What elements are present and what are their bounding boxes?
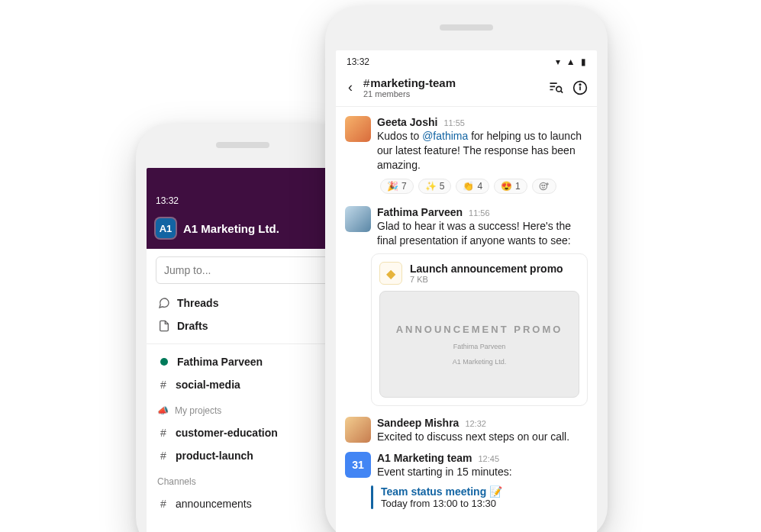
message-text: Excited to discuss next steps on our cal…	[377, 430, 588, 444]
statusbar: 13:32	[147, 168, 339, 211]
channel-label: announcements	[176, 498, 252, 510]
slide-company: A1 Marketing Ltd.	[453, 358, 507, 366]
channel-label: customer-education	[176, 427, 278, 439]
reaction-chip[interactable]: 👏4	[456, 179, 489, 194]
reactions-row: 🎉7 ✨5 👏4 😍1	[371, 179, 597, 198]
svg-point-3	[556, 86, 562, 92]
channel-announcements[interactable]: # announcements	[147, 492, 339, 515]
author-name[interactable]: Sandeep Mishra	[377, 417, 459, 429]
timestamp: 12:32	[465, 419, 486, 428]
svg-line-4	[561, 91, 563, 93]
message-sandeep: Sandeep Mishra 12:32 Excited to discuss …	[336, 411, 597, 446]
message-geeta: Geeta Joshi 11:55 Kudos to @fathima for …	[336, 110, 597, 174]
svg-point-10	[543, 185, 544, 185]
calendar-icon: 31	[345, 452, 371, 478]
channel-header: ‹ #marketing-team 21 members	[336, 70, 597, 107]
google-drive-icon: ◆	[379, 262, 402, 285]
message-fathima: Fathima Parveen 11:56 Glad to hear it wa…	[336, 200, 597, 250]
author-name[interactable]: Geeta Joshi	[377, 116, 437, 128]
channel-product-launch[interactable]: # product-launch	[147, 444, 339, 467]
drafts-item[interactable]: Drafts	[147, 314, 339, 337]
hash-icon: #	[157, 379, 169, 391]
svg-point-9	[542, 185, 543, 185]
section-channels: Channels	[147, 467, 339, 492]
dm-fathima[interactable]: Fathima Parveen	[147, 350, 339, 373]
status-time: 13:32	[156, 195, 179, 206]
workspace-badge: A1	[156, 218, 176, 238]
presence-icon	[157, 358, 171, 366]
channel-label: product-launch	[176, 450, 253, 462]
event-title-link[interactable]: Team status meeting 📝	[381, 485, 502, 498]
phone-sidebar: 13:32 A1 A1 Marketing Ltd. Jump to... Th…	[136, 124, 350, 532]
slide-title: ANNOUNCEMENT PROMO	[396, 324, 563, 335]
filter-search-icon[interactable]	[548, 80, 563, 95]
back-button[interactable]: ‹	[345, 78, 356, 97]
threads-label: Threads	[177, 297, 218, 309]
timestamp: 11:56	[469, 208, 490, 218]
event-time: Today from 13:00 to 13:30	[381, 498, 502, 509]
hash-icon: #	[157, 427, 169, 439]
hash-icon: #	[157, 498, 169, 510]
author-name[interactable]: Fathima Parveen	[377, 206, 463, 218]
avatar[interactable]	[345, 417, 371, 443]
phone-chat: 13:32 ▾ ▲ ▮ ‹ #marketing-team 21 members	[325, 6, 608, 532]
file-attachment-card[interactable]: ◆ Launch announcement promo 7 KB ANNOUNC…	[371, 253, 588, 406]
signal-icon: ▲	[566, 56, 576, 67]
hash-icon: #	[157, 450, 169, 462]
mention-fathima[interactable]: @fathima	[422, 130, 468, 142]
calendar-event-message: 31 A1 Marketing team 12:45 Event startin…	[336, 446, 597, 481]
battery-icon: ▮	[581, 56, 586, 67]
search-placeholder: Jump to...	[164, 264, 211, 276]
channel-title[interactable]: #marketing-team	[363, 76, 540, 89]
timestamp: 12:45	[478, 454, 499, 463]
workspace-bar[interactable]: A1 A1 Marketing Ltd.	[147, 211, 339, 249]
channel-social-media[interactable]: # social-media	[147, 373, 339, 396]
jump-to-search[interactable]: Jump to...	[156, 256, 330, 284]
divider	[147, 343, 339, 344]
section-my-projects: 📣 My projects	[147, 396, 339, 421]
channel-label: social-media	[176, 379, 240, 391]
channel-members: 21 members	[363, 89, 540, 98]
channel-customer-education[interactable]: # customer-education	[147, 421, 339, 444]
megaphone-icon: 📣	[157, 405, 169, 416]
attachment-title: Launch announcement promo	[410, 263, 563, 275]
info-icon[interactable]	[572, 80, 588, 95]
app-name[interactable]: A1 Marketing team	[377, 452, 472, 464]
timestamp: 11:55	[443, 118, 465, 127]
dm-name: Fathima Parveen	[177, 356, 263, 368]
status-time: 13:32	[347, 56, 369, 67]
slide-preview: ANNOUNCEMENT PROMO Fathima Parveen A1 Ma…	[379, 291, 579, 398]
avatar[interactable]	[345, 116, 371, 142]
svg-point-7	[579, 84, 581, 85]
hash-icon: #	[363, 76, 369, 89]
memo-emoji-icon: 📝	[489, 485, 502, 498]
message-text: Glad to hear it was a success! Here's th…	[377, 219, 588, 248]
avatar[interactable]	[345, 206, 371, 232]
drafts-icon	[157, 320, 171, 332]
add-reaction-button[interactable]	[532, 179, 556, 194]
message-text: Kudos to @fathima for helping us to laun…	[377, 129, 588, 172]
reaction-chip[interactable]: ✨5	[418, 179, 452, 194]
svg-point-8	[540, 182, 547, 189]
event-accent	[371, 485, 373, 509]
drafts-label: Drafts	[177, 320, 208, 332]
reaction-chip[interactable]: 😍1	[494, 179, 527, 194]
slide-author: Fathima Parveen	[453, 343, 506, 350]
attachment-size: 7 KB	[410, 275, 563, 284]
wifi-icon: ▾	[556, 56, 560, 67]
event-lead: Event starting in 15 minutes:	[377, 465, 588, 479]
threads-item[interactable]: Threads	[147, 292, 339, 314]
reaction-chip[interactable]: 🎉7	[380, 179, 414, 194]
statusbar: 13:32 ▾ ▲ ▮	[336, 50, 597, 70]
threads-icon	[157, 297, 171, 309]
workspace-name: A1 Marketing Ltd.	[183, 222, 279, 235]
